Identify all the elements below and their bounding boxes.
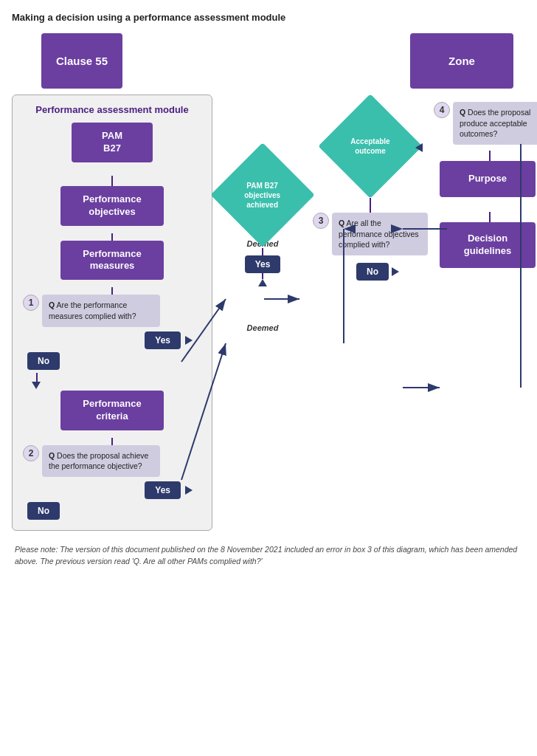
q3-label: Q <box>339 219 344 227</box>
diagram-container: Clause 55 Zone Performance assessment mo… <box>12 33 528 567</box>
arrow-right-3 <box>415 143 423 152</box>
arrow-up-1 <box>258 279 267 286</box>
zone-box: Zone <box>410 33 513 89</box>
q2-text: Does the proposal achieve the performanc… <box>49 451 148 471</box>
badge-4: 4 <box>434 102 450 118</box>
arrow-right-1 <box>185 336 193 345</box>
pam-b27-box: PAM B27 <box>72 123 153 162</box>
arrow-right-2 <box>185 486 193 495</box>
no-box-1: No <box>27 352 60 370</box>
q2-box: Q Does the proposal achieve the performa… <box>42 445 160 477</box>
badge-1: 1 <box>23 295 39 311</box>
pam-module: Performance assessment module PAM B27 Pe… <box>12 94 212 531</box>
yes-box-3: Yes <box>245 255 281 273</box>
no-box-2: No <box>27 502 60 520</box>
arrow-right-4 <box>392 267 399 276</box>
q2-label: Q <box>49 451 55 460</box>
q4-text: Does the proposal produce acceptable out… <box>460 108 530 138</box>
q3-text: Are all the performance objectives compl… <box>339 219 419 249</box>
badge-3: 3 <box>313 213 329 229</box>
acceptable-outcome-diamond: Acceptable outcome <box>318 94 422 198</box>
diagram-note: Please note: The version of this documen… <box>12 544 528 568</box>
q1-box: Q Are the performance measures complied … <box>42 295 160 326</box>
q1-text: Are the performance measures complied wi… <box>49 300 136 320</box>
performance-criteria-box: Performance criteria <box>60 391 164 430</box>
center-right-flow: Acceptable outcome Yes 3 Q Are all the p… <box>311 94 429 281</box>
pam-diamond: PAM B27 objectives achieved <box>210 142 314 247</box>
q1-label: Q <box>49 300 55 309</box>
yes-box-1: Yes <box>145 331 181 349</box>
page-title: Making a decision using a performance as… <box>12 12 525 23</box>
no-box-3: No <box>356 263 389 281</box>
clause-box: Clause 55 <box>41 33 122 89</box>
center-flow: PAM B27 objectives achieved Deemed Yes D… <box>218 154 307 332</box>
decision-guidelines-box: Decision guidelines <box>440 222 536 268</box>
q3-box: Q Are all the performance objectives com… <box>332 213 428 255</box>
purpose-box: Purpose <box>440 161 536 197</box>
yes-box-2: Yes <box>145 481 181 499</box>
performance-measures-box: Performance measures <box>60 241 164 281</box>
pam-module-title: Performance assessment module <box>20 104 204 115</box>
right-column: 4 Q Does the proposal produce acceptable… <box>434 102 537 275</box>
q4-box: Q Does the proposal produce acceptable o… <box>453 102 537 145</box>
deemed-label-2: Deemed <box>247 323 279 332</box>
badge-2: 2 <box>23 445 39 461</box>
q4-label: Q <box>460 108 465 117</box>
performance-objectives-box: Performance objectives <box>60 186 164 226</box>
